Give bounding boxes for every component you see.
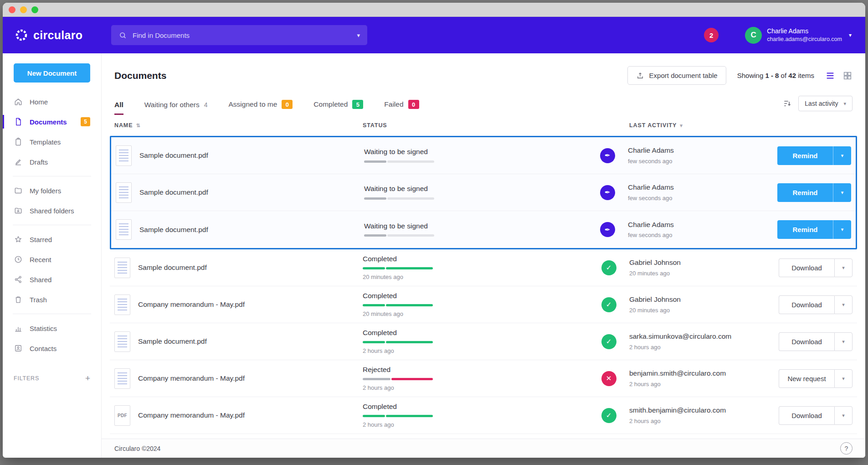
sidebar-item-statistics[interactable]: Statistics [3,318,101,338]
last-activity-person: benjamin.smith@circularo.com [629,370,766,377]
sidebar-item-label: Templates [30,138,61,146]
table-row[interactable]: Sample document.pdfWaiting to be signed✒… [111,211,856,248]
action-dropdown-caret[interactable]: ▾ [834,332,853,351]
document-name[interactable]: Sample document.pdf [139,226,208,234]
brand-logo[interactable]: circularo [15,28,111,42]
action-dropdown-caret[interactable]: ▾ [834,369,853,388]
last-activity-person: Gabriel Johnson [629,259,766,266]
last-activity-time: few seconds ago [628,195,765,201]
sort-direction-icon[interactable] [783,99,792,108]
sidebar-item-shared-folders[interactable]: Shared folders [3,201,101,221]
tab-failed[interactable]: Failed0 [384,100,419,115]
user-menu-caret-icon: ▾ [849,32,852,38]
check-icon: ✓ [601,334,616,349]
sort-by-dropdown[interactable]: Last activity ▾ [798,96,853,111]
action-dropdown-caret[interactable]: ▾ [833,220,851,239]
tab-assigned-to-me[interactable]: Assigned to me0 [229,100,293,115]
action-dropdown-caret[interactable]: ▾ [834,295,853,314]
sidebar-item-my-folders[interactable]: My folders [3,181,101,201]
table-row[interactable]: PDFCompany memorandum - May.pdfCompleted… [110,397,857,434]
column-header-name[interactable]: NAME⇅ [114,122,363,129]
user-texts: Charlie Adams charlie.adams@circularo.co… [767,27,842,43]
sidebar-item-label: Recent [30,256,51,264]
document-name[interactable]: Sample document.pdf [138,264,207,272]
table-row[interactable]: Sample document.pdfWaiting to be signed✒… [111,137,856,174]
tab-completed[interactable]: Completed5 [313,100,363,115]
table-row[interactable]: Sample document.pdfCompleted20 minutes a… [110,249,857,286]
download-button[interactable]: Download [779,332,834,351]
tab-label: All [114,101,123,109]
sidebar-item-shared[interactable]: Shared [3,269,101,289]
row-action-cell: Download▾ [766,406,853,425]
status-time: 2 hours ago [363,385,588,391]
user-avatar: C [745,27,762,44]
sidebar-item-templates[interactable]: Templates [3,132,101,152]
contacts-icon [14,344,23,353]
sidebar-item-contacts[interactable]: Contacts [3,338,101,358]
sidebar-item-drafts[interactable]: Drafts [3,152,101,172]
export-document-table-button[interactable]: Export document table [627,66,726,85]
sidebar-item-home[interactable]: Home [3,92,101,112]
sidebar-item-trash[interactable]: Trash [3,289,101,310]
remind-button[interactable]: Remind [777,146,833,165]
sidebar-item-recent[interactable]: Recent [3,249,101,269]
app-window: circularo ▾ 2 C Charlie Adams charlie.ad… [3,3,865,458]
sidebar: New Document HomeDocuments5TemplatesDraf… [3,53,102,458]
status-text: Completed [363,329,588,336]
table-row[interactable]: Sample document.pdfCompleted2 hours ago✓… [110,323,857,360]
remind-button[interactable]: Remind [777,183,833,202]
column-header-status[interactable]: STATUS [363,122,588,129]
tab-count-badge: 4 [204,101,208,108]
last-activity-person: Charlie Adams [628,184,765,191]
help-button[interactable]: ? [840,442,853,455]
sidebar-item-starred[interactable]: Starred [3,229,101,249]
new-request-button[interactable]: New request [779,369,834,388]
status-text: Completed [363,255,588,263]
row-action-cell: Remind▾ [765,220,851,239]
new-document-button[interactable]: New Document [14,63,90,83]
last-activity-time: few seconds ago [628,158,765,164]
table-row[interactable]: Sample document.pdfWaiting to be signed✒… [111,174,856,211]
search-input[interactable] [133,31,351,39]
action-dropdown-caret[interactable]: ▾ [834,258,853,277]
document-name[interactable]: Company memorandum - May.pdf [138,300,245,309]
document-name[interactable]: Sample document.pdf [138,337,207,346]
sidebar-item-documents[interactable]: Documents5 [3,112,101,132]
document-file-icon [114,258,130,278]
list-view-icon[interactable] [825,71,835,81]
document-name[interactable]: Company memorandum - May.pdf [138,374,245,382]
sidebar-item-label: Shared [30,276,51,284]
column-header-last-activity[interactable]: LAST ACTIVITY▾ [629,122,766,129]
action-dropdown-caret[interactable]: ▾ [833,183,851,202]
window-minimize-button[interactable] [20,6,27,13]
grid-view-icon[interactable] [842,71,853,81]
action-dropdown-caret[interactable]: ▾ [834,406,853,425]
row-action-cell: New request▾ [766,369,853,388]
tab-waiting-for-others[interactable]: Waiting for others4 [144,101,208,115]
download-button[interactable]: Download [779,406,834,425]
window-close-button[interactable] [9,6,15,13]
status-cell: Waiting to be signed [364,185,587,200]
download-button[interactable]: Download [779,295,834,314]
last-activity-time: 2 hours ago [629,418,766,424]
document-name-cell: Company memorandum - May.pdf [114,368,363,389]
document-rows: Sample document.pdfWaiting to be signed✒… [110,136,857,439]
remind-button[interactable]: Remind [777,220,833,239]
search-scope-caret-icon[interactable]: ▾ [357,32,360,39]
document-name[interactable]: Sample document.pdf [139,151,208,160]
document-preview-lines [119,223,128,236]
document-name[interactable]: Sample document.pdf [139,188,208,196]
window-zoom-button[interactable] [31,6,38,13]
status-text: Waiting to be signed [364,148,587,155]
table-row[interactable]: Company memorandum - May.pdfRejected2 ho… [110,360,857,397]
add-filter-button[interactable]: + [85,374,90,382]
action-dropdown-caret[interactable]: ▾ [833,146,851,165]
table-row[interactable]: Company memorandum - May.pdfCompleted20 … [110,286,857,323]
download-button[interactable]: Download [779,258,834,277]
notifications-badge[interactable]: 2 [704,28,719,42]
user-menu[interactable]: C Charlie Adams charlie.adams@circularo.… [745,27,852,44]
documents-table: NAME⇅STATUSLAST ACTIVITY▾ Sample documen… [102,115,865,439]
document-name[interactable]: Company memorandum - May.pdf [138,411,245,419]
document-search-bar[interactable]: ▾ [111,25,367,45]
tab-all[interactable]: All [114,101,123,115]
